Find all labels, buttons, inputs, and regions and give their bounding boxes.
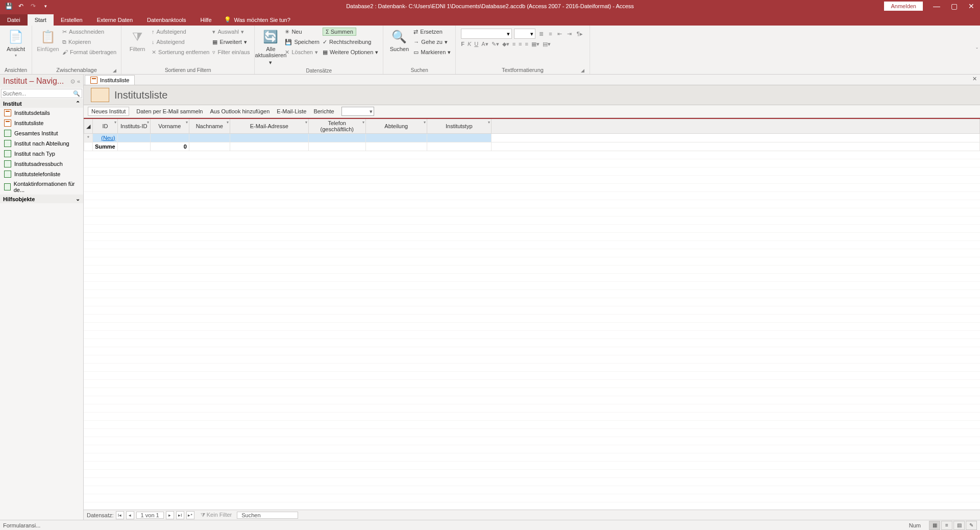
nav-title[interactable]: Institut – Navig... — [3, 77, 70, 86]
new-id-link[interactable]: (Neu) — [101, 135, 115, 141]
nav-collapse-icon[interactable]: « — [77, 78, 80, 84]
chevron-down-icon[interactable]: ▾ — [424, 120, 426, 125]
chevron-down-icon[interactable]: ▾ — [488, 120, 490, 125]
clipboard-launcher-icon[interactable]: ◢ — [112, 68, 117, 73]
more-options-button[interactable]: ▦Weitere Optionen ▾ — [321, 47, 380, 57]
collapse-ribbon-icon[interactable]: ˇ — [976, 47, 978, 53]
email-collect-link[interactable]: Daten per E-Mail sammeln — [136, 108, 203, 114]
nav-group-institut[interactable]: Institut⌃ — [0, 99, 83, 108]
qat-dropdown-icon[interactable]: ▾ — [40, 1, 51, 12]
nav-item-details[interactable]: Institutsdetails — [0, 108, 83, 118]
nav-search[interactable]: 🔍 — [1, 89, 82, 98]
row-selector[interactable]: * — [84, 134, 93, 142]
email-list-link[interactable]: E-Mail-Liste — [277, 108, 306, 114]
form-view-button[interactable]: ▦ — [929, 521, 940, 530]
selection-filter-button[interactable]: ▾Auswahl ▾ — [211, 27, 251, 37]
chevron-down-icon[interactable]: ▾ — [186, 120, 188, 125]
outlook-add-link[interactable]: Aus Outlook hinzufügen — [210, 108, 270, 114]
reports-combo[interactable]: ▾ — [341, 107, 374, 116]
maximize-button[interactable]: ▢ — [945, 0, 963, 12]
new-record-row[interactable]: * (Neu) — [84, 134, 980, 142]
replace-button[interactable]: ⇄Ersetzen — [412, 27, 452, 37]
tab-start[interactable]: Start — [28, 14, 54, 26]
align-left-icon[interactable]: ≡ — [512, 41, 516, 47]
filter-button[interactable]: ⧩ Filtern — [125, 27, 150, 54]
datasheet-view-button[interactable]: ≡ — [941, 521, 952, 530]
first-record-button[interactable]: I◂ — [116, 511, 124, 519]
chevron-down-icon[interactable]: ▾ — [362, 120, 364, 125]
align-right-icon[interactable]: ≡ — [525, 41, 528, 47]
delete-record-button[interactable]: ✕Löschen ▾ — [283, 47, 321, 57]
chevron-down-icon[interactable]: ▾ — [227, 120, 229, 125]
font-color-button[interactable]: A▾ — [481, 41, 488, 47]
highlight-button[interactable]: ✎▾ — [492, 41, 499, 47]
col-institutsid[interactable]: Instituts-ID▾ — [117, 118, 150, 134]
tab-create[interactable]: Erstellen — [54, 14, 90, 26]
undo-icon[interactable]: ↶ — [15, 1, 27, 12]
select-all-cell[interactable]: ◢ — [84, 118, 93, 134]
chevron-down-icon[interactable]: ▾ — [114, 120, 116, 125]
design-view-button[interactable]: ✎ — [966, 521, 977, 530]
new-institut-link[interactable]: Neues Institut — [88, 107, 129, 116]
view-button[interactable]: 📄 Ansicht ▾ — [3, 27, 29, 60]
toggle-filter-button[interactable]: ▿Filter ein/aus — [211, 47, 251, 57]
tab-file[interactable]: Datei — [0, 14, 28, 26]
align-center-icon[interactable]: ≡ — [519, 41, 522, 47]
search-icon[interactable]: 🔍 — [71, 90, 82, 97]
col-typ[interactable]: Institutstyp▾ — [427, 118, 491, 134]
new-record-nav-button[interactable]: ▸* — [186, 511, 194, 519]
signin-button[interactable]: Anmelden — [884, 2, 923, 11]
col-vorname[interactable]: Vorname▾ — [150, 118, 189, 134]
tab-help[interactable]: Hilfe — [193, 14, 219, 26]
underline-button[interactable]: U — [474, 41, 478, 47]
tab-external[interactable]: Externe Daten — [90, 14, 140, 26]
bold-button[interactable]: F — [461, 41, 464, 47]
nav-item-typ[interactable]: Institut nach Typ — [0, 149, 83, 159]
layout-view-button[interactable]: ▤ — [953, 521, 965, 530]
new-record-button[interactable]: ✳Neu — [283, 27, 321, 37]
close-button[interactable]: ✕ — [963, 0, 980, 12]
nav-item-kontakt[interactable]: Kontaktinformationen für de... — [0, 179, 83, 195]
sort-asc-button[interactable]: ↑Aufsteigend — [150, 27, 211, 37]
nav-item-adressbuch[interactable]: Institutsadressbuch — [0, 159, 83, 169]
close-doc-icon[interactable]: ✕ — [972, 76, 977, 82]
next-record-button[interactable]: ▸ — [166, 511, 174, 519]
textfmt-launcher-icon[interactable]: ◢ — [580, 68, 585, 73]
font-family-combo[interactable]: ▾ — [461, 29, 512, 39]
alt-row-button[interactable]: ▤▾ — [543, 41, 551, 47]
nav-search-input[interactable] — [2, 89, 71, 98]
bullets-icon[interactable]: ≣ — [537, 29, 545, 39]
save-icon[interactable]: 💾 — [3, 1, 14, 12]
col-abteilung[interactable]: Abteilung▾ — [365, 118, 427, 134]
cut-button[interactable]: ✂Ausschneiden — [61, 27, 118, 37]
italic-button[interactable]: K — [468, 41, 471, 47]
chevron-down-icon[interactable]: ▾ — [305, 120, 307, 125]
tell-me[interactable]: 💡Was möchten Sie tun? — [219, 14, 296, 26]
nav-dropdown-icon[interactable]: ⊙ — [70, 78, 75, 85]
find-button[interactable]: 🔍 Suchen — [386, 27, 412, 54]
goto-button[interactable]: →Gehe zu ▾ — [412, 37, 452, 47]
tab-dbtools[interactable]: Datenbanktools — [140, 14, 193, 26]
select-button[interactable]: ▭Markieren ▾ — [412, 47, 452, 57]
advanced-filter-button[interactable]: ▦Erweitert ▾ — [211, 37, 251, 47]
nav-item-gesamt[interactable]: Gesamtes Institut — [0, 128, 83, 138]
minimize-button[interactable]: — — [928, 0, 945, 12]
nav-item-telefon[interactable]: Institutstelefonliste — [0, 169, 83, 179]
redo-icon[interactable]: ↷ — [28, 1, 39, 12]
record-pos[interactable]: 1 von 1 — [136, 512, 164, 519]
prev-record-button[interactable]: ◂ — [126, 511, 134, 519]
paste-button[interactable]: 📋 Einfügen — [35, 27, 61, 54]
col-nachname[interactable]: Nachname▾ — [189, 118, 230, 134]
chevron-down-icon[interactable]: ▾ — [147, 120, 149, 125]
nav-group-hilfsobjekte[interactable]: Hilfsobjekte⌄ — [0, 195, 83, 203]
indent-inc-icon[interactable]: ⇥ — [566, 29, 573, 39]
spellcheck-button[interactable]: ✓Rechtschreibung — [321, 37, 380, 47]
gridlines-button[interactable]: ▦▾ — [531, 41, 540, 47]
copy-button[interactable]: ⧉Kopieren — [61, 37, 118, 47]
col-id[interactable]: ID▾ — [93, 118, 118, 134]
ltr-icon[interactable]: ¶▸ — [575, 29, 584, 39]
font-size-combo[interactable]: ▾ — [514, 29, 535, 39]
indent-dec-icon[interactable]: ⇤ — [556, 29, 564, 39]
refresh-all-button[interactable]: 🔄 Alle aktualisieren ▾ — [258, 27, 283, 68]
save-record-button[interactable]: 💾Speichern — [283, 37, 321, 47]
